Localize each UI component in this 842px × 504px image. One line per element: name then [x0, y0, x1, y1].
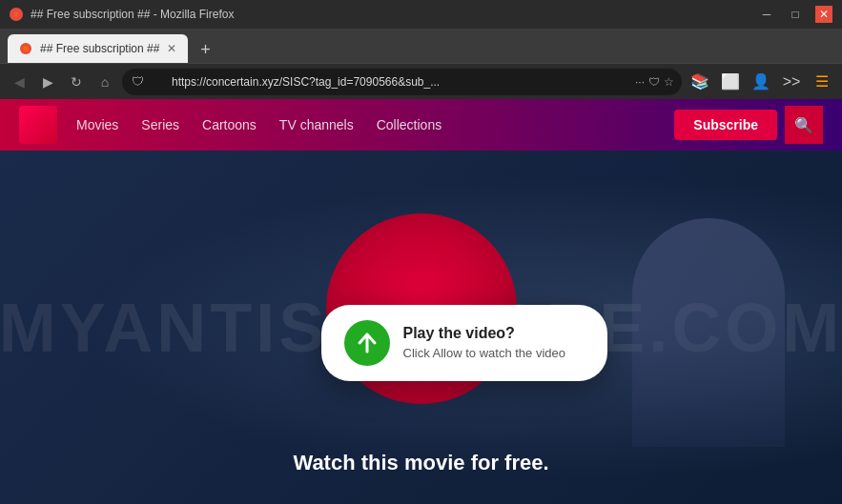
notif-text: Play the video? Click Allow to watch the… — [403, 325, 566, 360]
address-icons: ··· 🛡 ☆ — [635, 75, 674, 89]
container-icon[interactable]: ⬜ — [718, 70, 743, 94]
website-content: Movies Series Cartoons TV channels Colle… — [0, 99, 842, 504]
traffic-lights — [10, 8, 23, 21]
notif-play-icon — [344, 320, 390, 366]
nav-series[interactable]: Series — [141, 117, 179, 132]
refresh-button[interactable]: ↻ — [65, 71, 88, 93]
site-logo — [19, 106, 57, 144]
tab-close-icon[interactable]: ✕ — [167, 42, 176, 55]
window-title: ## Free subscription ## - Mozilla Firefo… — [31, 8, 234, 21]
home-button[interactable]: ⌂ — [93, 71, 116, 93]
address-wrapper: 🛡 ··· 🛡 ☆ — [122, 69, 682, 95]
nav-links: Movies Series Cartoons TV channels Colle… — [76, 117, 674, 132]
forward-button[interactable]: ▶ — [36, 71, 59, 93]
notification-popup: Play the video? Click Allow to watch the… — [321, 305, 607, 381]
search-button[interactable]: 🔍 — [785, 106, 823, 144]
title-bar: ## Free subscription ## - Mozilla Firefo… — [0, 0, 842, 29]
hero-person — [632, 218, 785, 447]
new-tab-button[interactable]: + — [192, 36, 218, 63]
tab-favicon — [19, 42, 32, 55]
extensions-icon[interactable]: >> — [779, 70, 804, 94]
dots-icon[interactable]: ··· — [635, 75, 645, 89]
minimize-button[interactable]: ─ — [758, 6, 775, 23]
nav-movies[interactable]: Movies — [76, 117, 118, 132]
back-button[interactable]: ◀ — [8, 71, 31, 93]
star-icon[interactable]: ☆ — [664, 75, 674, 89]
library-icon[interactable]: 📚 — [688, 70, 712, 94]
nav-collections[interactable]: Collections — [377, 117, 442, 132]
tab-title: ## Free subscription ## — [40, 42, 159, 55]
maximize-button[interactable]: □ — [787, 6, 804, 23]
svg-point-3 — [23, 46, 29, 51]
toolbar-icons: 📚 ⬜ 👤 >> ☰ — [688, 70, 834, 94]
hero-section: MYANTISPYWARE.COM Play the video? Click … — [0, 151, 842, 504]
subscribe-button[interactable]: Subscribe — [674, 110, 777, 140]
notif-subtitle: Click Allow to watch the video — [403, 346, 566, 360]
firefox-icon — [10, 8, 23, 21]
url-bar[interactable] — [122, 69, 682, 95]
nav-tv-channels[interactable]: TV channels — [279, 117, 354, 132]
shield-icon[interactable]: 🛡 — [648, 75, 660, 89]
site-nav: Movies Series Cartoons TV channels Colle… — [0, 99, 842, 151]
tab-bar: ## Free subscription ## ✕ + — [0, 29, 842, 63]
close-button[interactable]: ✕ — [815, 6, 832, 23]
active-tab[interactable]: ## Free subscription ## ✕ — [8, 34, 188, 63]
address-bar: ◀ ▶ ↻ ⌂ 🛡 ··· 🛡 ☆ 📚 ⬜ 👤 >> ☰ — [0, 63, 842, 99]
notif-title: Play the video? — [403, 325, 566, 342]
hero-bottom-text: Watch this movie for free. — [0, 451, 842, 475]
account-icon[interactable]: 👤 — [749, 70, 773, 94]
nav-cartoons[interactable]: Cartoons — [202, 117, 257, 132]
svg-point-1 — [14, 12, 18, 16]
menu-button[interactable]: ☰ — [810, 70, 834, 94]
security-icon: 🛡 — [132, 74, 144, 89]
